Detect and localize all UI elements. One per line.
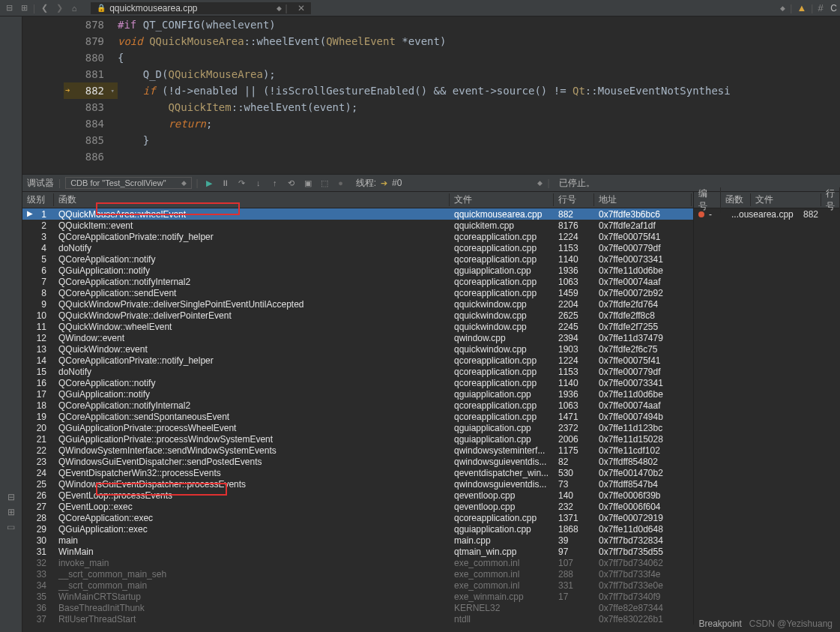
stack-frame-row[interactable]: 25QWindowsGuiEventDispatcher::processEve… xyxy=(22,478,693,490)
debug-target: CDB for "Test_ScrollView" xyxy=(70,178,166,187)
line-number: 879▾ xyxy=(64,33,104,49)
stack-frame-row[interactable]: 10QQuickWindowPrivate::deliverPointerEve… xyxy=(22,310,693,321)
stack-frame-row[interactable]: 4doNotifyqcoreapplication.cpp11530x7ffe0… xyxy=(22,242,693,253)
marker-gutter xyxy=(22,16,64,174)
stack-frame-row[interactable]: 34__scrt_common_mainexe_common.inl3310x7… xyxy=(22,580,693,591)
nav-forward-icon[interactable]: ❯ xyxy=(53,2,65,14)
file-tab[interactable]: 🔒 qquickmousearea.cpp ◆ | ✕ xyxy=(91,2,311,14)
stack-frame-row[interactable]: 15doNotifyqcoreapplication.cpp11530x7ffe… xyxy=(22,366,693,377)
abort-icon[interactable]: ⬚ xyxy=(318,177,330,189)
stack-frame-row[interactable]: 7QCoreApplication::notifyInternal2qcorea… xyxy=(22,276,693,287)
split-dropdown-icon[interactable]: ◆ xyxy=(277,4,282,12)
record-icon[interactable]: ● xyxy=(335,177,347,189)
bp-col-func[interactable]: 函数 xyxy=(721,193,751,206)
stack-frame-row[interactable]: 19QCoreApplication::sendSpontaneousEvent… xyxy=(22,411,693,422)
code-area[interactable]: #if QT_CONFIG(wheelevent)void QQuickMous… xyxy=(118,16,840,174)
stack-frame-row[interactable]: 22QWindowSystemInterface::sendWindowSyst… xyxy=(22,445,693,456)
debug-panels: 级别 函数 文件 行号 地址 ▶1QQuickMouseArea::wheelE… xyxy=(22,192,840,625)
step-over-icon[interactable]: ↷ xyxy=(236,177,248,189)
stack-frame-row[interactable]: 9QQuickWindowPrivate::deliverSinglePoint… xyxy=(22,298,693,310)
strip-icon-1[interactable]: ⊟ xyxy=(7,492,15,502)
stack-frame-row[interactable]: 3QCoreApplicationPrivate::notify_helperq… xyxy=(22,231,693,242)
stack-header: 级别 函数 文件 行号 地址 xyxy=(22,192,693,208)
code-line[interactable]: } xyxy=(118,132,840,148)
close-tab-icon[interactable]: ✕ xyxy=(297,3,305,13)
filename: qquickmousearea.cpp xyxy=(109,3,197,13)
menu-dropdown-icon[interactable]: ◆ xyxy=(780,4,785,12)
nav-back-icon[interactable]: ❮ xyxy=(38,2,50,14)
stack-frame-row[interactable]: 2QQuickItem::eventqquickitem.cpp81760x7f… xyxy=(22,220,693,231)
stack-frame-row[interactable]: 11QQuickWindow::wheelEventqquickwindow.c… xyxy=(22,321,693,332)
stack-frame-row[interactable]: 17QGuiApplication::notifyqguiapplication… xyxy=(22,388,693,400)
stack-frame-row[interactable]: 13QQuickWindow::eventqquickwindow.cpp190… xyxy=(22,343,693,355)
stack-frame-row[interactable]: 16QCoreApplication::notifyqcoreapplicati… xyxy=(22,377,693,388)
stack-frame-row[interactable]: 27QEventLoop::execqeventloop.cpp2320x7ff… xyxy=(22,501,693,512)
stack-frame-row[interactable]: 31WinMainqtmain_win.cpp970x7ff7bd735d55 xyxy=(22,546,693,557)
code-line[interactable]: QQuickItem::wheelEvent(event); xyxy=(118,99,840,115)
bp-col-line[interactable]: 行号 xyxy=(821,187,840,213)
stack-frame-row[interactable]: 30mainmain.cpp390x7ff7bd732834 xyxy=(22,535,693,546)
stop-icon[interactable]: ▣ xyxy=(302,177,314,189)
stack-frame-row[interactable]: 35WinMainCRTStartupexe_winmain.cpp170x7f… xyxy=(22,591,693,602)
breakpoint-row[interactable]: - ...ousearea.cpp 882 xyxy=(694,208,840,220)
line-number: 881 xyxy=(64,66,104,82)
stack-frame-row[interactable]: 18QCoreApplication::notifyInternal2qcore… xyxy=(22,400,693,411)
stack-frame-row[interactable]: ▶1QQuickMouseArea::wheelEventqquickmouse… xyxy=(22,208,693,220)
stack-frame-row[interactable]: 24QEventDispatcherWin32::processEventsqe… xyxy=(22,467,693,478)
stack-frame-row[interactable]: 23QWindowsGuiEventDispatcher::sendPosted… xyxy=(22,456,693,467)
thread-number[interactable]: #0 xyxy=(392,178,402,188)
stack-frame-row[interactable]: 21QGuiApplicationPrivate::processWindowS… xyxy=(22,433,693,445)
stack-frame-row[interactable]: 32invoke_mainexe_common.inl1070x7ff7bd73… xyxy=(22,557,693,568)
line-number: 886 xyxy=(64,148,104,165)
stack-frame-row[interactable]: 8QCoreApplication::sendEventqcoreapplica… xyxy=(22,287,693,298)
home-icon[interactable]: ⌂ xyxy=(68,2,80,14)
sidebar-toggle-right-icon[interactable]: ⊞ xyxy=(18,2,30,14)
stack-frame-row[interactable]: 6QGuiApplication::notifyqguiapplication.… xyxy=(22,265,693,276)
hash-value: C xyxy=(830,3,837,13)
stack-frame-row[interactable]: 14QCoreApplicationPrivate::notify_helper… xyxy=(22,355,693,366)
col-level[interactable]: 级别 xyxy=(22,193,54,206)
col-addr[interactable]: 地址 xyxy=(594,193,692,206)
hash-label: # xyxy=(818,2,826,13)
status-bar: Breakpoint CSDN @Yezishuang xyxy=(691,616,840,632)
warning-icon[interactable]: ▲ xyxy=(797,2,806,13)
code-line[interactable]: void QQuickMouseArea::wheelEvent(QWheelE… xyxy=(118,33,840,49)
stack-frame-row[interactable]: 36BaseThreadInitThunkKERNEL320x7ffe82e87… xyxy=(22,602,693,613)
bp-header: 编号 函数 文件 行号 xyxy=(694,192,840,208)
stack-rows: ▶1QQuickMouseArea::wheelEventqquickmouse… xyxy=(22,208,693,625)
code-line[interactable]: return; xyxy=(118,115,840,132)
stack-frame-row[interactable]: 29QGuiApplication::execqguiapplication.c… xyxy=(22,523,693,535)
restart-icon[interactable]: ⟲ xyxy=(285,177,297,189)
breakpoint-dot-icon xyxy=(698,211,704,217)
line-number: 884 xyxy=(64,115,104,132)
code-line[interactable]: { xyxy=(118,49,840,66)
col-file[interactable]: 文件 xyxy=(450,193,554,206)
bp-col-file[interactable]: 文件 xyxy=(751,193,821,206)
line-number: ➔882▾ xyxy=(64,82,118,99)
stack-frame-row[interactable]: 20QGuiApplicationPrivate::processWheelEv… xyxy=(22,422,693,433)
debug-target-dropdown[interactable]: CDB for "Test_ScrollView" ◆ xyxy=(65,177,191,189)
code-line[interactable]: if (!d->enabled || (!isScrollGestureEnab… xyxy=(118,82,840,99)
bp-rows: - ...ousearea.cpp 882 xyxy=(694,208,840,220)
stack-frame-row[interactable]: 5QCoreApplication::notifyqcoreapplicatio… xyxy=(22,253,693,265)
step-into-icon[interactable]: ↓ xyxy=(253,177,265,189)
col-line[interactable]: 行号 xyxy=(554,193,594,206)
stack-frame-row[interactable]: 12QWindow::eventqwindow.cpp23940x7ffe11d… xyxy=(22,332,693,343)
stack-frame-row[interactable]: 26QEventLoop::processEventsqeventloop.cp… xyxy=(22,490,693,501)
interrupt-icon[interactable]: ⏸ xyxy=(220,177,232,189)
thread-dropdown-icon[interactable]: ◆ xyxy=(537,179,543,187)
col-func[interactable]: 函数 xyxy=(54,193,450,206)
code-editor[interactable]: 878879▾880881➔882▾883884885886 #if QT_CO… xyxy=(22,16,840,174)
code-line[interactable]: Q_D(QQuickMouseArea); xyxy=(118,66,840,82)
code-line[interactable] xyxy=(118,148,840,165)
continue-icon[interactable]: ▶ xyxy=(203,177,215,189)
strip-icon-3[interactable]: ▭ xyxy=(7,522,15,532)
stack-frame-row[interactable]: 37RtlUserThreadStartntdll0x7ffe830226b1 xyxy=(22,613,693,625)
strip-icon-2[interactable]: ⊞ xyxy=(7,507,15,517)
step-out-icon[interactable]: ↑ xyxy=(269,177,281,189)
code-line[interactable]: #if QT_CONFIG(wheelevent) xyxy=(118,16,840,33)
stack-frame-row[interactable]: 33__scrt_common_main_sehexe_common.inl28… xyxy=(22,568,693,580)
stack-frame-row[interactable]: 28QCoreApplication::execqcoreapplication… xyxy=(22,512,693,523)
sidebar-toggle-left-icon[interactable]: ⊟ xyxy=(3,2,15,14)
line-number: 878 xyxy=(64,16,104,33)
